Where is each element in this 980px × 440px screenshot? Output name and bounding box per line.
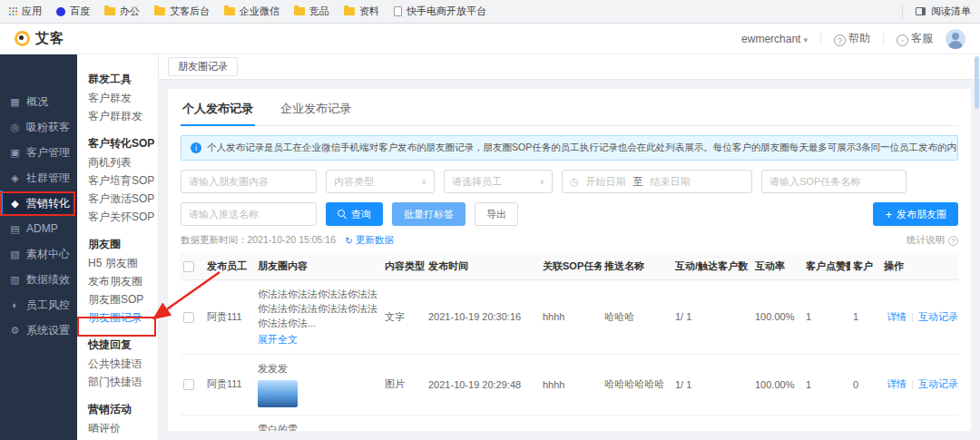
- sidebar: ▦概况◎吸粉获客▣客户管理◈社群管理◆营销转化▤ADMP▧素材中心▥数据绩效◐员…: [0, 54, 77, 440]
- submenu-item[interactable]: 公共快捷语: [88, 355, 158, 373]
- submenu-item[interactable]: 客户培育SOP: [88, 171, 158, 190]
- refresh-data-link[interactable]: ↻ 更新数据: [345, 234, 394, 247]
- sidebar-item[interactable]: ▦概况: [0, 89, 77, 114]
- moments-table: 发布员工朋友圈内容内容类型发布时间关联SOP任务推送名称互动/触达客户数互动率客…: [181, 253, 958, 431]
- reach-count-cell: 0/ 2: [672, 415, 752, 431]
- submenu-group: 快捷回复公共快捷语部门快捷语: [88, 335, 158, 391]
- support-label: 客服: [911, 32, 933, 44]
- staff-cell: 阿贵111: [204, 280, 255, 355]
- page-tab-moment-records[interactable]: 朋友圈记录: [168, 57, 238, 76]
- submenu-item[interactable]: 部门快捷语: [88, 373, 158, 391]
- avatar[interactable]: [946, 29, 965, 49]
- record-tabs: 个人发布记录企业发布记录: [181, 96, 958, 126]
- column-header: 发布员工: [204, 253, 255, 280]
- submenu-item[interactable]: 晒评价: [88, 419, 158, 437]
- sidebar-item[interactable]: ◆营销转化: [0, 191, 77, 216]
- row-checkbox[interactable]: [183, 312, 194, 323]
- submenu-item[interactable]: 朋友圈记录: [88, 308, 158, 327]
- interaction-log-link[interactable]: 互动记录: [918, 378, 958, 389]
- submenu-item[interactable]: 客户群发: [88, 89, 158, 107]
- submenu-item[interactable]: 发布朋友圈: [88, 272, 158, 290]
- search-button-label: 查询: [351, 208, 371, 221]
- sidebar-item-label: 营销转化: [26, 196, 70, 211]
- submenu-item[interactable]: 客户激活SOP: [88, 190, 158, 208]
- sidebar-item[interactable]: ▥数据绩效: [0, 267, 77, 292]
- detail-link[interactable]: 详情: [887, 378, 906, 389]
- search-button[interactable]: 查询: [326, 202, 383, 226]
- bookmark-label: 竞品: [309, 5, 329, 18]
- bookmark-item[interactable]: 资料: [344, 5, 379, 18]
- column-header: 内容类型: [382, 253, 426, 280]
- row-checkbox[interactable]: [183, 379, 194, 390]
- interaction-log-link[interactable]: 互动记录: [918, 311, 958, 322]
- moment-text: 发发发: [258, 362, 379, 376]
- bookmark-item[interactable]: 企业微信: [224, 5, 279, 18]
- marketing-conversion-icon: ◆: [9, 198, 21, 210]
- export-label: 导出: [486, 208, 506, 221]
- table-row: 阿贵111发发发图片2021-10-19 20:29:48hhhh哈哈哈哈哈哈1…: [181, 354, 958, 415]
- filter-row-1: 内容类型 ∨ 请选择员工 ∨ ◷ 开始日期 至 结束日期: [181, 170, 958, 193]
- bookmark-item[interactable]: 快手电商开放平台: [394, 5, 486, 18]
- account-menu[interactable]: ewmerchant▾: [741, 33, 808, 45]
- bookmark-item[interactable]: 艾客后台: [154, 5, 210, 18]
- sidebar-item[interactable]: ◐员工风控: [0, 292, 77, 318]
- brand[interactable]: 艾客: [15, 30, 64, 47]
- stats-explanation[interactable]: 统计说明 ?: [906, 234, 958, 247]
- reading-list[interactable]: 阅读清单: [902, 5, 971, 18]
- sidebar-item[interactable]: ▧素材中心: [0, 241, 77, 267]
- system-settings-icon: ⚙: [9, 325, 21, 337]
- reach-count-cell: 1/ 1: [672, 280, 752, 355]
- submenu-item[interactable]: 商机列表: [88, 153, 158, 171]
- submenu-item[interactable]: 客户群群发: [88, 107, 158, 125]
- sidebar-item[interactable]: ▣客户管理: [0, 140, 77, 165]
- export-button[interactable]: 导出: [475, 202, 518, 226]
- likes-count-cell: 0: [803, 415, 850, 431]
- comments-count-cell: 0: [850, 354, 881, 415]
- sidebar-item[interactable]: ▤ADMP: [0, 216, 77, 241]
- content-type-select[interactable]: 内容类型 ∨: [326, 170, 435, 193]
- chevron-down-icon: ∨: [539, 178, 544, 186]
- support-link[interactable]: ◦客服: [897, 31, 933, 46]
- main-area: 朋友圈记录 个人发布记录企业发布记录 i 个人发布记录是员工在企业微信手机端对客…: [159, 54, 980, 440]
- moment-content-cell: 你法法你法法你法法你法法你法法你法法你法法你法法你法法你法...展开全文: [255, 280, 382, 355]
- sidebar-item-label: 社群管理: [26, 171, 70, 186]
- clock-icon: ◷: [570, 176, 579, 188]
- bookmark-item[interactable]: 办公: [104, 5, 140, 18]
- apps-shortcut[interactable]: 应用: [9, 5, 42, 18]
- app-header: 艾客 ewmerchant▾ ?帮助 ◦客服: [0, 24, 980, 54]
- expand-full-text-link[interactable]: 展开全文: [258, 333, 298, 347]
- sidebar-item[interactable]: ⚙系统设置: [0, 318, 77, 343]
- scrollbar-thumb[interactable]: [975, 56, 979, 109]
- acquisition-icon: ◎: [9, 122, 21, 133]
- folder-icon: [104, 7, 115, 15]
- tab-enterprise-records[interactable]: 企业发布记录: [279, 96, 353, 125]
- likes-count-cell: 1: [803, 354, 850, 415]
- sidebar-item-label: 吸粉获客: [26, 120, 70, 135]
- divider: [883, 33, 884, 45]
- batch-tag-button[interactable]: 批量打标签: [392, 202, 466, 226]
- bookmark-item[interactable]: 竞品: [294, 5, 329, 18]
- submenu-item[interactable]: 朋友圈SOP: [88, 290, 158, 308]
- publish-time-cell: 2021-10-19 20:30:16: [426, 280, 540, 355]
- select-all-checkbox[interactable]: [183, 261, 194, 272]
- sidebar-item[interactable]: ◈社群管理: [0, 165, 77, 191]
- push-name-input[interactable]: [181, 202, 317, 226]
- moment-content-input[interactable]: [181, 170, 317, 193]
- page-icon: [394, 6, 402, 16]
- detail-link[interactable]: 详情: [887, 311, 906, 322]
- stats-label: 统计说明: [906, 234, 945, 247]
- staff-select[interactable]: 请选择员工 ∨: [444, 170, 553, 193]
- date-range-picker[interactable]: ◷ 开始日期 至 结束日期: [562, 170, 752, 193]
- actions-cell: 详情|互动记录: [881, 354, 958, 415]
- submenu-item[interactable]: H5 朋友圈: [88, 254, 158, 272]
- table-row: 阿贵111你法法你法法你法法你法法你法法你法法你法法你法法你法法你法...展开全…: [181, 280, 958, 355]
- tab-personal-records[interactable]: 个人发布记录: [181, 96, 255, 126]
- sidebar-item[interactable]: ◎吸粉获客: [0, 114, 77, 140]
- refresh-label: 更新数据: [356, 234, 394, 247]
- sop-task-input[interactable]: [761, 170, 906, 193]
- image-thumbnail[interactable]: [258, 380, 298, 407]
- help-link[interactable]: ?帮助: [834, 31, 870, 46]
- submenu-item[interactable]: 客户关怀SOP: [88, 208, 158, 226]
- publish-moment-button[interactable]: + 发布朋友圈: [873, 202, 958, 226]
- bookmark-item[interactable]: 百度: [56, 5, 90, 18]
